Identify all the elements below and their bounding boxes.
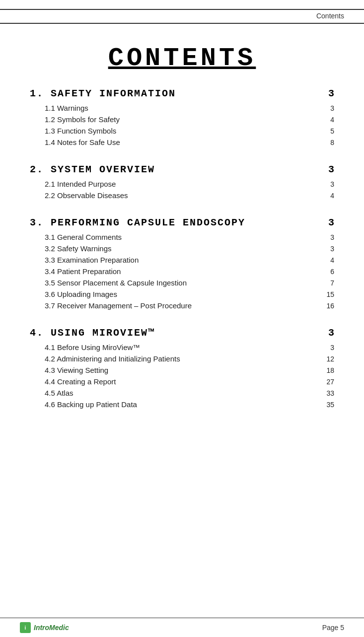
subsection-page: 35 [320, 401, 334, 409]
subsection-label: 2.2 Observable Diseases [45, 191, 128, 200]
section-header-text: 1. SAFETY INFORMATION [30, 88, 176, 99]
footer-logo: i IntroMedic [20, 622, 69, 633]
subsection-row: 1.4 Notes for Safe Use8 [30, 137, 334, 148]
section-header-row: 2. SYSTEM OVERVIEW3 [30, 164, 334, 175]
subsection-label: 3.5 Sensor Placement & Capsule Ingestion [45, 279, 187, 287]
subsection-label: 3.7 Receiver Management – Post Procedure [45, 301, 192, 310]
subsection-page: 3 [320, 180, 334, 188]
subsection-page: 16 [320, 302, 334, 310]
section-header-text: 3. PERFORMING CAPSULE ENDOSCOPY [30, 217, 245, 228]
subsection-page: 12 [320, 355, 334, 363]
subsection-label: 4.1 Before Using MiroView™ [45, 343, 140, 352]
section-header-row: 1. SAFETY INFORMATION3 [30, 88, 334, 99]
toc-title: CONTENTS [30, 44, 334, 73]
subsection-row: 1.2 Symbols for Safety4 [30, 114, 334, 125]
subsection-label: 2.1 Intended Purpose [45, 180, 116, 188]
subsection-page: 4 [320, 256, 334, 264]
subsection-row: 2.2 Observable Diseases4 [30, 190, 334, 201]
subsection-row: 4.3 Viewing Setting18 [30, 364, 334, 376]
subsection-row: 4.1 Before Using MiroView™3 [30, 342, 334, 353]
subsection-row: 1.3 Function Symbols5 [30, 125, 334, 137]
page-container: Contents CONTENTS 1. SAFETY INFORMATION3… [0, 0, 364, 637]
section-header-row: 3. PERFORMING CAPSULE ENDOSCOPY3 [30, 217, 334, 228]
main-content: CONTENTS 1. SAFETY INFORMATION31.1 Warni… [0, 24, 364, 618]
subsection-row: 3.2 Safety Warnings3 [30, 243, 334, 254]
subsection-row: 1.1 Warnings3 [30, 102, 334, 114]
footer-page: Page 5 [322, 624, 344, 632]
subsection-label: 1.4 Notes for Safe Use [45, 138, 120, 146]
subsection-label: 4.2 Administering and Initializing Patie… [45, 354, 180, 363]
subsection-page: 27 [320, 378, 334, 386]
subsection-page: 4 [320, 116, 334, 124]
subsection-row: 3.5 Sensor Placement & Capsule Ingestion… [30, 277, 334, 288]
subsection-label: 4.5 Atlas [45, 389, 73, 397]
toc-section-item: 4. USING MIROVIEW™34.1 Before Using Miro… [30, 327, 334, 415]
subsection-row: 3.1 General Comments3 [30, 231, 334, 243]
subsection-label: 4.6 Backing up Patient Data [45, 400, 137, 409]
header-title: Contents [316, 12, 344, 20]
subsection-label: 3.1 General Comments [45, 233, 122, 241]
subsection-page: 4 [320, 192, 334, 200]
subsection-page: 3 [320, 104, 334, 112]
toc-section-item: 2. SYSTEM OVERVIEW32.1 Intended Purpose3… [30, 164, 334, 206]
footer: i IntroMedic Page 5 [0, 618, 364, 637]
subsection-row: 3.3 Examination Preparation4 [30, 254, 334, 266]
subsection-page: 33 [320, 389, 334, 397]
subsection-label: 3.2 Safety Warnings [45, 244, 112, 253]
subsection-row: 4.2 Administering and Initializing Patie… [30, 353, 334, 364]
logo-text: IntroMedic [34, 624, 69, 632]
section-header-page: 3 [328, 88, 334, 99]
subsection-label: 1.3 Function Symbols [45, 127, 116, 135]
section-header-text: 2. SYSTEM OVERVIEW [30, 164, 155, 175]
toc-section-item: 1. SAFETY INFORMATION31.1 Warnings31.2 S… [30, 88, 334, 153]
subsection-page: 3 [320, 233, 334, 241]
subsection-row: 4.6 Backing up Patient Data35 [30, 399, 334, 410]
subsection-label: 1.2 Symbols for Safety [45, 115, 120, 124]
subsection-page: 7 [320, 279, 334, 287]
logo-icon: i [20, 622, 31, 633]
subsection-label: 4.3 Viewing Setting [45, 366, 108, 374]
subsection-page: 15 [320, 290, 334, 298]
subsection-label: 3.3 Examination Preparation [45, 256, 139, 264]
toc-section-item: 3. PERFORMING CAPSULE ENDOSCOPY33.1 Gene… [30, 217, 334, 316]
svg-text:i: i [25, 625, 26, 631]
subsection-row: 4.5 Atlas33 [30, 387, 334, 399]
subsection-page: 8 [320, 139, 334, 146]
subsection-page: 18 [320, 366, 334, 374]
section-header-row: 4. USING MIROVIEW™3 [30, 327, 334, 339]
subsection-row: 3.6 Uploading Images15 [30, 288, 334, 300]
subsection-page: 3 [320, 344, 334, 352]
toc-section: 1. SAFETY INFORMATION31.1 Warnings31.2 S… [30, 88, 334, 415]
section-header-text: 4. USING MIROVIEW™ [30, 327, 155, 339]
subsection-row: 4.4 Creating a Report27 [30, 376, 334, 387]
subsection-row: 3.4 Patient Preparation6 [30, 266, 334, 277]
top-header: Contents [0, 10, 364, 23]
subsection-label: 4.4 Creating a Report [45, 377, 116, 386]
subsection-page: 3 [320, 245, 334, 253]
subsection-page: 6 [320, 268, 334, 276]
subsection-row: 3.7 Receiver Management – Post Procedure… [30, 300, 334, 311]
section-header-page: 3 [328, 217, 334, 228]
section-header-page: 3 [328, 164, 334, 175]
subsection-label: 3.6 Uploading Images [45, 290, 117, 298]
section-header-page: 3 [328, 327, 334, 339]
subsection-row: 2.1 Intended Purpose3 [30, 178, 334, 190]
subsection-page: 5 [320, 127, 334, 135]
subsection-label: 3.4 Patient Preparation [45, 267, 121, 276]
subsection-label: 1.1 Warnings [45, 104, 88, 112]
